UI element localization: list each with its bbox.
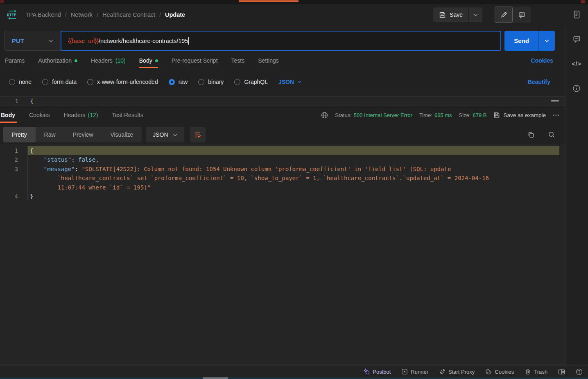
request-info-button[interactable]	[565, 83, 588, 94]
breadcrumb-collection[interactable]: TPA Backend	[25, 11, 61, 18]
response-tab-body-label: Body	[1, 112, 15, 118]
response-headers-count-badge: (12)	[88, 112, 98, 118]
help-icon	[576, 368, 583, 375]
start-proxy-button[interactable]: Start Proxy	[439, 368, 475, 375]
wrap-text-button[interactable]	[190, 127, 206, 142]
window-top-strip	[0, 0, 588, 4]
save-as-example-button[interactable]: Save as example	[493, 112, 546, 118]
pencil-icon	[500, 11, 507, 18]
documentation-button[interactable]	[565, 9, 588, 20]
copy-response-button[interactable]	[527, 131, 535, 138]
horizontal-scrollbar[interactable]	[0, 377, 588, 379]
tab-headers[interactable]: Headers(10)	[91, 57, 126, 70]
response-toolbar: Pretty Raw Preview Visualize JSON	[3, 127, 565, 142]
response-view-switcher: Pretty Raw Preview Visualize	[3, 127, 142, 142]
mode-binary-label: binary	[208, 79, 224, 85]
breadcrumb-separator: /	[159, 11, 161, 18]
raw-language-selector[interactable]: JSON	[278, 79, 301, 85]
radio-icon	[198, 79, 204, 85]
tab-pre-request-script[interactable]: Pre-request Script	[172, 57, 218, 70]
radio-icon	[234, 79, 240, 85]
request-body-editor[interactable]: 1 {	[0, 96, 565, 106]
help-button[interactable]	[576, 368, 583, 375]
mode-form-data[interactable]: form-data	[42, 79, 77, 85]
editor-scrollbar-thumb[interactable]	[551, 100, 559, 102]
radio-icon	[9, 79, 15, 85]
satellite-proxy-icon	[439, 368, 446, 375]
mode-form-data-label: form-data	[52, 79, 77, 85]
breadcrumb-subfolder[interactable]: Healthcare Contract	[102, 11, 155, 18]
search-response-button[interactable]	[548, 131, 555, 138]
mode-none-label: none	[19, 79, 32, 85]
comments-button[interactable]	[513, 7, 531, 23]
right-sidebar-divider	[565, 25, 565, 365]
save-icon	[439, 11, 446, 18]
mode-none[interactable]: none	[9, 79, 32, 85]
response-tabs: Body Cookies Headers(12) Test Results	[0, 106, 143, 124]
request-name[interactable]: Update	[165, 11, 185, 18]
save-button[interactable]: Save	[433, 7, 468, 22]
response-tab-test-results[interactable]: Test Results	[112, 106, 143, 124]
response-status: Status:500 Internal Server Error	[335, 112, 412, 118]
chevron-down-icon	[297, 81, 301, 83]
mode-raw[interactable]: raw	[169, 79, 188, 85]
mode-binary[interactable]: binary	[198, 79, 224, 85]
send-options-chevron[interactable]	[538, 31, 555, 51]
send-button-group: Send	[504, 31, 555, 51]
radio-checked-icon	[169, 79, 175, 85]
edit-request-button[interactable]	[495, 7, 513, 23]
code-snippet-button[interactable]: </>	[565, 59, 588, 69]
code-line-number: 1	[0, 146, 28, 155]
response-tab-cookies-label: Cookies	[29, 112, 50, 118]
http-method-logo-icon: HTTP	[6, 9, 19, 20]
response-more-options-button[interactable]	[553, 114, 559, 116]
tab-authorization-label: Authorization	[38, 57, 72, 64]
search-icon	[548, 131, 555, 138]
runner-button[interactable]: Runner	[401, 368, 428, 375]
method-selector[interactable]: PUT	[4, 31, 61, 51]
tab-settings[interactable]: Settings	[258, 57, 279, 70]
status-label: Status:	[335, 112, 351, 118]
url-input[interactable]: {{base_url}}/network/healthcare-contract…	[61, 31, 501, 51]
cookies-label: Cookies	[495, 369, 514, 375]
response-body-editor[interactable]: 1{2 "status": false,3 "message": "SQLSTA…	[0, 144, 565, 365]
tab-body[interactable]: Body	[139, 57, 158, 70]
time-value: 665 ms	[434, 112, 452, 118]
trash-button[interactable]: Trash	[525, 368, 547, 375]
response-tab-test-results-label: Test Results	[112, 112, 143, 118]
ellipsis-icon	[553, 114, 559, 116]
view-pretty[interactable]: Pretty	[3, 127, 36, 142]
runner-label: Runner	[411, 369, 428, 375]
breadcrumb-folder[interactable]: Network	[71, 11, 93, 18]
response-header: Body Cookies Headers(12) Test Results St…	[0, 106, 565, 124]
response-tab-headers[interactable]: Headers(12)	[64, 106, 98, 124]
view-raw[interactable]: Raw	[36, 127, 64, 142]
tab-params[interactable]: Params	[5, 57, 25, 70]
code-line: 2 "status": false,	[0, 155, 565, 164]
response-tab-cookies[interactable]: Cookies	[29, 106, 50, 124]
response-tab-body[interactable]: Body	[1, 106, 15, 124]
svg-text:HTTP: HTTP	[7, 13, 16, 17]
view-preview[interactable]: Preview	[64, 127, 102, 142]
split-panel-icon	[558, 369, 565, 375]
save-options-chevron[interactable]	[468, 7, 482, 22]
view-visualize[interactable]: Visualize	[102, 127, 142, 142]
cookies-link[interactable]: Cookies	[531, 57, 553, 64]
comments-panel-button[interactable]	[565, 34, 588, 44]
cookies-button[interactable]: Cookies	[485, 368, 514, 375]
header-icon-group	[495, 7, 531, 23]
network-info-button[interactable]	[321, 112, 328, 119]
mode-x-www-form-urlencoded[interactable]: x-www-form-urlencoded	[87, 79, 158, 85]
tab-tests[interactable]: Tests	[231, 57, 245, 70]
postbot-button[interactable]: Postbot	[363, 368, 391, 375]
beautify-link[interactable]: Beautify	[528, 79, 550, 85]
send-button[interactable]: Send	[504, 31, 538, 51]
authorization-status-dot	[75, 59, 77, 62]
panel-layout-button[interactable]	[558, 369, 565, 375]
code-line-number: 3	[0, 165, 28, 192]
horizontal-scrollbar-thumb[interactable]	[203, 377, 228, 379]
response-language-selector[interactable]: JSON	[146, 127, 184, 142]
tab-settings-label: Settings	[258, 57, 279, 64]
mode-graphql[interactable]: GraphQL	[234, 79, 268, 85]
tab-authorization[interactable]: Authorization	[38, 57, 77, 70]
